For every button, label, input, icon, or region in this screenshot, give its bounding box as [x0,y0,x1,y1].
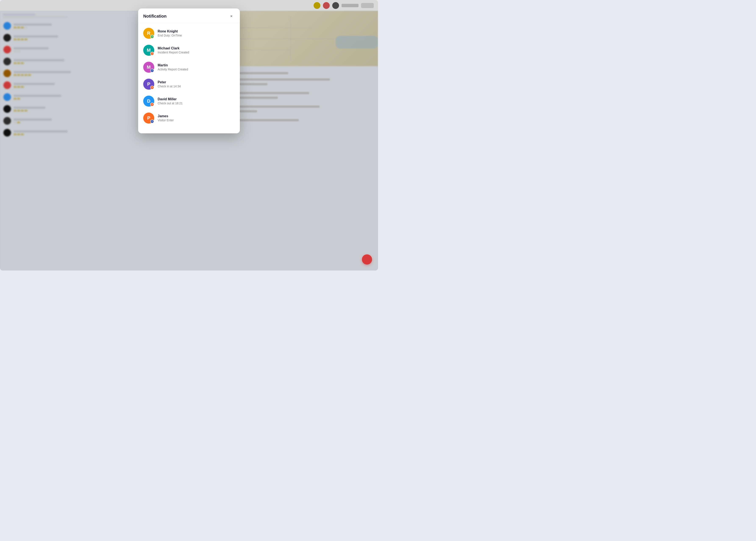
notif-desc-rone-knight: End Duty: OnTime [158,34,235,37]
notification-item-david-miller[interactable]: D ● David Miller Check out at 18:21 [138,93,240,110]
avatar-wrapper-james: P + [143,113,154,124]
avatar-wrapper-david-miller: D ● [143,96,154,107]
notification-item-martin[interactable]: M ✓ Martin Activity Report Created [138,59,240,76]
badge-icon-rone-knight: + [151,36,153,38]
notif-desc-peter: Check in at 14:34 [158,85,235,88]
notification-item-michael-clark[interactable]: M ! Michael Clark Incident Report Create… [138,42,240,59]
notif-name-james: James [158,114,235,118]
notification-item-james[interactable]: P + James Visitor Enter [138,110,240,127]
notif-name-peter: Peter [158,80,235,84]
avatar-wrapper-martin: M ✓ [143,62,154,73]
notif-content-david-miller: David Miller Check out at 18:21 [158,97,235,105]
badge-david-miller: ● [150,103,154,106]
badge-peter: ● [150,86,154,90]
panel-header: Notification × [138,8,240,23]
badge-rone-knight: + [150,35,154,39]
notif-name-rone-knight: Rone Knight [158,29,235,33]
avatar-wrapper-michael-clark: M ! [143,45,154,56]
badge-icon-david-miller: ● [151,104,153,106]
notification-list: R + Rone Knight End Duty: OnTime M ! Mic… [138,23,240,128]
panel-title: Notification [143,14,166,19]
notif-desc-martin: Activity Report Created [158,68,235,71]
notification-item-peter[interactable]: P ● Peter Check in at 14:34 [138,76,240,93]
notif-content-martin: Martin Activity Report Created [158,63,235,71]
notification-panel: Notification × R + Rone Knight End Duty:… [138,8,240,133]
notif-name-martin: Martin [158,63,235,67]
badge-martin: ✓ [150,69,154,73]
badge-icon-james: + [151,120,153,123]
notification-item-rone-knight[interactable]: R + Rone Knight End Duty: OnTime [138,25,240,42]
notif-desc-david-miller: Check out at 18:21 [158,102,235,105]
badge-icon-peter: ● [151,87,153,89]
badge-icon-michael-clark: ! [152,53,152,55]
badge-james: + [150,120,154,123]
notif-content-michael-clark: Michael Clark Incident Report Created [158,46,235,54]
notif-desc-michael-clark: Incident Report Created [158,51,235,54]
badge-icon-martin: ✓ [151,70,153,72]
close-button[interactable]: × [228,13,235,20]
badge-michael-clark: ! [150,52,154,56]
notif-name-david-miller: David Miller [158,97,235,101]
notif-content-peter: Peter Check in at 14:34 [158,80,235,88]
notif-content-rone-knight: Rone Knight End Duty: OnTime [158,29,235,37]
avatar-wrapper-peter: P ● [143,79,154,90]
notif-desc-james: Visitor Enter [158,119,235,122]
avatar-wrapper-rone-knight: R + [143,28,154,39]
notif-content-james: James Visitor Enter [158,114,235,122]
notif-name-michael-clark: Michael Clark [158,46,235,50]
